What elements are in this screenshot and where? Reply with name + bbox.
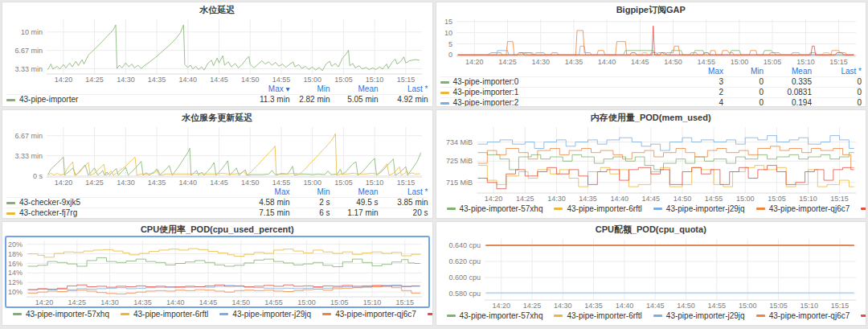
legend-series-name: 43-pipe-importer xyxy=(19,95,78,105)
legend-series-name: 43-pipe-importer-j29jq xyxy=(232,310,311,319)
legend-series-item[interactable]: 43-pipe-importer-57xhq xyxy=(447,311,543,320)
legend-stat-value: 0 xyxy=(812,77,862,87)
legend-stat-value: 0 xyxy=(812,88,862,97)
panel-cpu-quota-pod: CPU配额_POD(cpu_quota) 14:2014:2514:3014:3… xyxy=(436,221,867,326)
panel-title[interactable]: CPU配额_POD(cpu_quota) xyxy=(440,224,862,236)
svg-text:14:55: 14:55 xyxy=(704,195,723,203)
svg-text:14:35: 14:35 xyxy=(579,195,597,203)
svg-text:14:35: 14:35 xyxy=(148,76,166,84)
svg-text:15:00: 15:00 xyxy=(730,58,748,66)
svg-text:0.600 cpu: 0.600 cpu xyxy=(448,273,481,282)
legend-series-name: 43-checker-9xjk5 xyxy=(19,198,80,208)
chart-plot[interactable]: 14:2014:2514:3014:3514:4014:4514:5014:55… xyxy=(440,124,862,203)
legend-series-item[interactable]: 43-pipe-importer:2 xyxy=(440,98,668,107)
legend-series-item[interactable]: 43-checker-fj7rg xyxy=(6,208,234,218)
legend-row: 43-checker-fj7rg7.15 min6 s1.17 min20 s xyxy=(6,208,428,218)
legend-stat-value: 4.92 min xyxy=(379,95,428,105)
svg-text:0.580 cpu: 0.580 cpu xyxy=(448,290,481,298)
legend-series-item[interactable]: 43-pipe-importer-qj6c7 xyxy=(322,310,416,319)
chart-plot[interactable]: 14:2014:2514:3014:3514:4014:4514:5014:55… xyxy=(6,16,428,84)
series-color-dash-icon xyxy=(428,313,433,315)
svg-text:14:40: 14:40 xyxy=(615,302,633,310)
legend-inline: 43-pipe-importer-57xhq43-pipe-importer-6… xyxy=(447,311,862,320)
panel-title[interactable]: 水位延迟 xyxy=(6,4,428,16)
svg-text:14:55: 14:55 xyxy=(272,76,291,84)
series-color-dash-icon xyxy=(756,315,765,317)
legend-inline: 43-pipe-importer-57xhq43-pipe-importer-6… xyxy=(447,204,862,213)
legend-sort-header[interactable]: Last * xyxy=(379,187,428,197)
panel-title[interactable]: 内存使用量_POD(mem_used) xyxy=(440,112,862,124)
svg-text:14:30: 14:30 xyxy=(117,76,135,84)
legend-table: MaxMinMeanLast *43-pipe-importer:0300.33… xyxy=(440,67,862,107)
svg-text:14:45: 14:45 xyxy=(199,298,218,306)
chart-plot[interactable]: 14:2014:2514:3014:3514:4014:4514:5014:55… xyxy=(440,236,862,310)
legend-sort-header[interactable]: Max xyxy=(234,187,290,197)
series-color-dash-icon xyxy=(322,313,331,315)
chart-plot[interactable]: 14:2014:2514:3014:3514:4014:4514:5014:55… xyxy=(440,16,862,66)
legend-series-item[interactable]: 43-pipe-importer-6rftl xyxy=(554,204,641,213)
legend-row: 43-pipe-importer11.3 min2.82 min5.05 min… xyxy=(6,94,428,105)
svg-text:14:30: 14:30 xyxy=(117,179,135,187)
panel-bigpipe-subscribe-gap: Bigpipe订阅GAP 14:2014:2514:3014:3514:4014… xyxy=(436,2,867,107)
svg-text:14:35: 14:35 xyxy=(584,302,603,310)
legend-series-item[interactable]: 43-pipe-importer-qpqq2 xyxy=(861,204,866,213)
svg-text:14:25: 14:25 xyxy=(498,58,517,66)
svg-text:10 min: 10 min xyxy=(21,28,43,36)
svg-text:14:40: 14:40 xyxy=(166,298,185,306)
legend-series-item[interactable]: 43-pipe-importer-j29jq xyxy=(653,204,745,213)
legend-series-item[interactable]: 43-pipe-importer-j29jq xyxy=(653,311,745,320)
svg-text:14:55: 14:55 xyxy=(264,298,283,306)
legend-sort-header[interactable]: Last * xyxy=(812,67,862,76)
legend-series-item[interactable]: 43-pipe-importer-qpqq2 xyxy=(428,310,433,319)
panel-cpu-used-percent-pod: CPU使用率_POD(cpu_used_percent) 14:2014:251… xyxy=(2,221,433,326)
series-color-dash-icon xyxy=(6,99,15,101)
svg-text:15:10: 15:10 xyxy=(366,76,384,84)
svg-text:14:45: 14:45 xyxy=(645,302,664,310)
legend-series-name: 43-pipe-importer-qj6c7 xyxy=(769,204,850,213)
legend-series-item[interactable]: 43-pipe-importer-j29jq xyxy=(219,310,311,319)
series-color-dash-icon xyxy=(440,92,449,94)
legend-sort-header[interactable]: Last * xyxy=(379,84,428,94)
legend-series-item[interactable]: 43-checker-9xjk5 xyxy=(6,198,234,208)
legend-series-item[interactable]: 43-pipe-importer-6rftl xyxy=(121,310,208,319)
legend: Max ▾MinMeanLast *43-pipe-importer11.3 m… xyxy=(6,84,428,105)
legend-stat-value: 2 xyxy=(667,88,723,97)
svg-text:15:15: 15:15 xyxy=(397,179,416,187)
svg-text:725 MiB: 725 MiB xyxy=(445,157,472,165)
legend-series-item[interactable]: 43-pipe-importer-57xhq xyxy=(13,310,109,319)
legend-sort-header[interactable]: Min xyxy=(290,84,330,94)
panel-title[interactable]: 水位服务更新延迟 xyxy=(6,112,428,124)
legend-series-item[interactable]: 43-pipe-importer-6rftl xyxy=(554,311,641,320)
legend-series-name: 43-pipe-importer-6rftl xyxy=(567,204,641,213)
legend-header-row: Max ▾MinMeanLast * xyxy=(6,84,428,94)
legend-sort-header[interactable]: Mean xyxy=(764,67,812,76)
svg-text:10%: 10% xyxy=(8,288,23,296)
panel-title[interactable]: Bigpipe订阅GAP xyxy=(440,4,862,16)
svg-text:14:50: 14:50 xyxy=(664,58,682,66)
legend-series-item[interactable]: 43-pipe-importer-qpqq2 xyxy=(861,311,866,320)
svg-text:15:15: 15:15 xyxy=(830,195,849,203)
legend-row: 43-checker-9xjk54.58 min2 s49.5 s3.85 mi… xyxy=(6,197,428,208)
chart-plot[interactable]: 14:2014:2514:3014:3514:4014:4514:5014:55… xyxy=(6,124,428,187)
legend-series-item[interactable]: 43-pipe-importer:1 xyxy=(440,88,668,97)
legend-stat-value: 0.0831 xyxy=(764,88,812,97)
svg-text:14:30: 14:30 xyxy=(100,298,119,306)
legend-series-item[interactable]: 43-pipe-importer-qj6c7 xyxy=(756,311,850,320)
chart-plot[interactable]: 14:2014:2514:3014:3514:4014:4514:5014:55… xyxy=(5,236,430,308)
svg-text:715 MiB: 715 MiB xyxy=(445,179,472,187)
svg-text:15:15: 15:15 xyxy=(829,58,848,66)
legend-sort-header[interactable]: Mean xyxy=(330,187,379,197)
legend-series-item[interactable]: 43-pipe-importer:0 xyxy=(440,77,668,87)
legend-sort-header[interactable]: Max xyxy=(667,67,723,76)
legend-stat-value: 5.05 min xyxy=(330,95,379,105)
legend-series-item[interactable]: 43-pipe-importer-qj6c7 xyxy=(756,204,850,213)
legend-sort-header[interactable]: Min xyxy=(290,187,330,197)
legend-series-item[interactable]: 43-pipe-importer-57xhq xyxy=(447,204,543,213)
legend-sort-header[interactable]: Min xyxy=(723,67,764,76)
svg-text:15:00: 15:00 xyxy=(297,298,316,306)
legend-sort-header[interactable]: Max ▾ xyxy=(234,84,290,94)
legend-sort-header[interactable]: Mean xyxy=(330,84,379,94)
svg-text:15:10: 15:10 xyxy=(796,58,815,66)
legend-series-item[interactable]: 43-pipe-importer xyxy=(6,95,234,105)
panel-title[interactable]: CPU使用率_POD(cpu_used_percent) xyxy=(6,224,428,236)
